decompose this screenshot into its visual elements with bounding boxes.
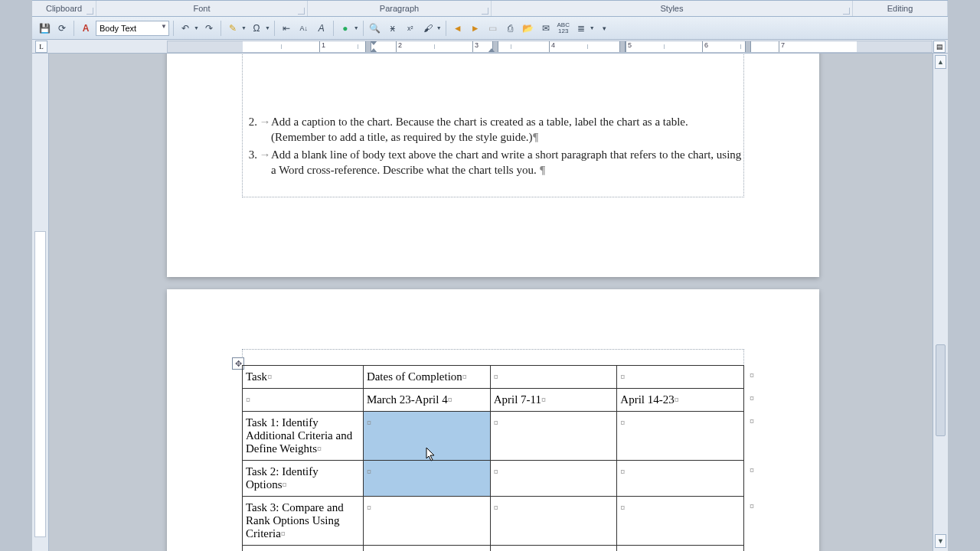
vertical-scrollbar[interactable]: ▲ ▼: [933, 54, 948, 551]
numbered-list[interactable]: 2. → Add a caption to the chart. Because…: [242, 115, 744, 181]
table-row[interactable]: Task 3: Compare and Rank Options Using C…: [243, 497, 744, 546]
table-cell[interactable]: ¤: [490, 412, 617, 461]
refresh-icon[interactable]: ⟳: [54, 21, 70, 36]
separator: [333, 21, 334, 36]
table-cell[interactable]: Task 1: Identify Additional Criteria and…: [243, 412, 364, 461]
schedule-table[interactable]: Task¤ Dates of Completion¤ ¤ ¤¤ ¤ March …: [242, 365, 744, 551]
font-launcher-icon[interactable]: [298, 8, 305, 15]
cell-mark-icon: ¤: [494, 372, 498, 383]
mail-icon[interactable]: ✉: [538, 21, 554, 36]
table-cell[interactable]: ¤: [490, 546, 617, 552]
hanging-indent-marker[interactable]: [370, 48, 377, 53]
table-cell[interactable]: ¤¤: [617, 461, 744, 497]
tab-selector[interactable]: L: [35, 41, 47, 53]
table-row[interactable]: Task¤ Dates of Completion¤ ¤ ¤¤: [243, 366, 744, 389]
table-cell[interactable]: ¤: [363, 497, 490, 546]
table-cell[interactable]: ¤¤: [617, 412, 744, 461]
strikethrough-icon[interactable]: x: [385, 21, 400, 36]
list-item[interactable]: 3. → Add a blank line of body text above…: [242, 148, 744, 178]
table-cell[interactable]: ¤¤: [617, 366, 744, 389]
tab-arrow-icon: →: [259, 148, 271, 178]
format-painter-dropdown-icon[interactable]: ▼: [436, 25, 442, 31]
table-row[interactable]: Task 2: Identify Options¤ ¤ ¤ ¤¤: [243, 461, 744, 497]
word-count-icon[interactable]: ABC123: [556, 21, 571, 36]
table-row[interactable]: Task 4: Prepare a Recommendation Report¤…: [243, 546, 744, 552]
sort-icon[interactable]: A↓: [296, 21, 312, 36]
group-font: Font: [96, 1, 308, 16]
view-ruler-toggle[interactable]: ▤: [933, 41, 946, 53]
decrease-indent-icon[interactable]: ⇤: [279, 21, 294, 36]
table-cell[interactable]: ¤¤: [617, 497, 744, 546]
cell-mark-icon: ¤: [246, 395, 250, 406]
save-icon[interactable]: 💾: [37, 21, 52, 36]
symbol-icon[interactable]: Ω: [249, 21, 264, 36]
table-cell[interactable]: Task 4: Prepare a Recommendation Report¤: [243, 546, 364, 552]
table-row[interactable]: Task 1: Identify Additional Criteria and…: [243, 412, 744, 461]
table-cell[interactable]: Task 3: Compare and Rank Options Using C…: [243, 497, 364, 546]
table-cell[interactable]: Dates of Completion¤: [363, 366, 490, 389]
ruler-right-margin: [857, 41, 932, 52]
group-clipboard-label: Clipboard: [46, 4, 82, 13]
table-cell[interactable]: ¤: [490, 366, 617, 389]
superscript-icon[interactable]: x²: [403, 21, 418, 36]
customize-toolbar-icon[interactable]: ▾: [597, 21, 612, 36]
list-text[interactable]: Add a blank line of body text above the …: [271, 148, 744, 178]
forward-icon[interactable]: ►: [468, 21, 483, 36]
document-icon[interactable]: ▭: [485, 21, 501, 36]
scroll-up-icon[interactable]: ▲: [935, 55, 946, 69]
table-cell[interactable]: ¤: [490, 461, 617, 497]
line-spacing-icon[interactable]: ≣: [573, 21, 589, 36]
symbol-dropdown-icon[interactable]: ▼: [265, 25, 270, 31]
cell-mark-icon: ¤: [494, 467, 498, 478]
shading-dropdown-icon[interactable]: ▼: [354, 25, 359, 31]
page-canvas[interactable]: 2. → Add a caption to the chart. Because…: [49, 54, 933, 551]
table-cell[interactable]: April 14-23¤¤: [617, 389, 744, 412]
separator: [220, 21, 221, 36]
table-cell[interactable]: Task¤: [243, 366, 364, 389]
open-folder-icon[interactable]: 📂: [521, 21, 536, 36]
table-cell[interactable]: Task 2: Identify Options¤: [243, 461, 364, 497]
paragraph-launcher-icon[interactable]: [482, 8, 488, 15]
list-text[interactable]: Add a caption to the chart. Because the …: [271, 115, 744, 145]
ruler-inch-label: 3: [472, 41, 479, 52]
vertical-ruler[interactable]: [32, 54, 49, 551]
ruler-column-marker[interactable]: [619, 41, 626, 52]
cell-mark-icon: ¤: [462, 372, 467, 383]
back-icon[interactable]: ◄: [450, 21, 466, 36]
ruler-inch-label: 5: [626, 41, 632, 52]
table-cell[interactable]: ¤¤: [617, 546, 744, 552]
redo-icon[interactable]: ↷: [201, 21, 217, 36]
table-cell[interactable]: March 23-April 4¤: [363, 389, 490, 412]
styles-launcher-icon[interactable]: [843, 8, 850, 15]
table-row[interactable]: ¤ March 23-April 4¤ April 7-11¤ April 14…: [243, 389, 744, 412]
line-spacing-dropdown-icon[interactable]: ▼: [590, 25, 595, 31]
right-indent-marker[interactable]: [488, 48, 495, 53]
table-cell[interactable]: ¤: [243, 389, 364, 412]
table-cell[interactable]: April 7-11¤: [490, 389, 617, 412]
horizontal-ruler[interactable]: 1 2 3 4 5 6 7: [167, 41, 933, 53]
ruler-inch-label: 6: [702, 41, 708, 52]
undo-icon[interactable]: ↶: [178, 21, 193, 36]
style-combo[interactable]: Body Text ▼: [96, 21, 169, 36]
document-area: ▲ ▼ 2. → Add a caption to the chart. Bec…: [32, 54, 948, 551]
scroll-down-icon[interactable]: ▼: [935, 534, 946, 548]
print-icon[interactable]: ⎙: [503, 21, 518, 36]
scroll-thumb[interactable]: [936, 344, 946, 436]
first-line-indent-marker[interactable]: [370, 41, 377, 45]
undo-dropdown-icon[interactable]: ▼: [194, 25, 199, 31]
table-cell-shaded[interactable]: ¤: [363, 412, 490, 461]
highlight-icon[interactable]: ✎: [225, 21, 240, 36]
table-cell[interactable]: ¤: [363, 546, 490, 552]
table-cell[interactable]: ¤: [490, 497, 617, 546]
table-cell-shaded[interactable]: ¤: [363, 461, 490, 497]
highlight-dropdown-icon[interactable]: ▼: [241, 25, 247, 31]
shading-icon[interactable]: ●: [338, 21, 353, 36]
format-painter-icon[interactable]: 🖌: [420, 21, 436, 36]
cell-mark-icon: ¤: [448, 395, 452, 406]
list-item[interactable]: 2. → Add a caption to the chart. Because…: [242, 115, 744, 145]
clear-format-icon[interactable]: A: [314, 21, 329, 36]
font-color-icon[interactable]: A: [78, 21, 93, 36]
clipboard-launcher-icon[interactable]: [87, 8, 93, 15]
ruler-column-marker[interactable]: [745, 41, 751, 52]
zoom-icon[interactable]: 🔍: [368, 21, 383, 36]
